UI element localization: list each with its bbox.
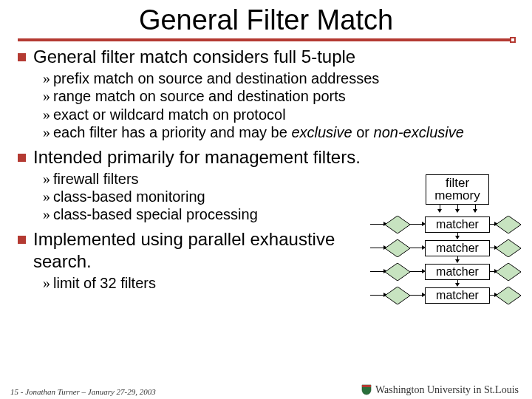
- diamond-icon: [385, 216, 410, 233]
- connector-line: [370, 271, 385, 272]
- slide: General Filter Match General filter matc…: [0, 0, 532, 399]
- raquo-icon: »: [43, 87, 50, 105]
- title-rule: [18, 38, 514, 41]
- square-bullet-icon: [18, 154, 26, 162]
- wustl-shield-icon: [361, 384, 372, 396]
- svg-marker-5: [496, 263, 521, 281]
- matcher-box: matcher: [425, 287, 490, 304]
- square-bullet-icon: [18, 236, 26, 244]
- sub-item: »class-based monitoring: [43, 188, 345, 205]
- bullet-3-subs: »limit of 32 filters: [18, 274, 345, 292]
- connector-line: [370, 295, 385, 296]
- square-bullet-icon: [18, 53, 26, 61]
- sub-item-html: each filter has a priority and may be ex…: [53, 123, 464, 141]
- matcher-box: matcher: [425, 264, 490, 280]
- matcher-box: matcher: [425, 240, 490, 256]
- raquo-icon: »: [43, 69, 50, 87]
- bullet-2: Intended primarily for management filter…: [18, 146, 514, 168]
- svg-marker-0: [385, 216, 410, 233]
- footer: 15 - Jonathan Turner – January 27-29, 20…: [0, 384, 532, 396]
- raquo-icon: »: [43, 123, 50, 141]
- connector-line: [370, 248, 385, 248]
- svg-marker-2: [385, 239, 410, 257]
- diamond-icon: [385, 239, 410, 257]
- raquo-icon: »: [43, 188, 50, 205]
- matcher-stack: matchermatchermatchermatcher: [348, 215, 514, 305]
- diagram: filter memory matchermatchermatchermatch…: [348, 174, 514, 310]
- footer-left: 15 - Jonathan Turner – January 27-29, 20…: [10, 387, 156, 396]
- sub-item: »class-based special processing: [43, 205, 345, 223]
- sub-item: »exact or wildcard match on protocol: [43, 106, 514, 123]
- raquo-icon: »: [43, 106, 50, 123]
- slide-title: General Filter Match: [0, 0, 532, 36]
- arrow-down-icon: [457, 280, 458, 286]
- diamond-icon: [496, 263, 521, 281]
- diamond-icon: [385, 263, 410, 281]
- svg-marker-4: [385, 263, 410, 281]
- raquo-icon: »: [43, 170, 50, 188]
- connector-line: [370, 224, 385, 225]
- raquo-icon: »: [43, 274, 50, 292]
- bullet-2-text: Intended primarily for management filter…: [33, 146, 361, 168]
- sub-item: »prefix match on source and destination …: [43, 69, 514, 87]
- bullet-1: General filter match considers full 5-tu…: [18, 46, 514, 68]
- diamond-icon: [385, 287, 410, 304]
- arrow-down-icon: [457, 233, 458, 239]
- svg-marker-6: [385, 287, 410, 304]
- diamond-icon: [496, 287, 521, 304]
- svg-marker-7: [496, 287, 521, 304]
- matcher-row: matcher: [348, 215, 514, 234]
- matcher-box: matcher: [425, 216, 490, 233]
- raquo-icon: »: [43, 205, 50, 223]
- sub-item: »firewall filters: [43, 170, 345, 188]
- slide-content: General filter match considers full 5-tu…: [0, 46, 532, 310]
- diamond-icon: [496, 216, 521, 233]
- bullet-2-subs: »firewall filters »class-based monitorin…: [18, 170, 345, 224]
- filter-memory-box: filter memory: [426, 174, 489, 205]
- bullet-3: Implemented using parallel exhaustive se…: [18, 228, 345, 273]
- matcher-row: matcher: [348, 286, 514, 305]
- diamond-icon: [496, 239, 521, 257]
- filter-memory-arrows: [348, 205, 514, 215]
- matcher-row: matcher: [348, 239, 514, 258]
- bullet-3-text: Implemented using parallel exhaustive se…: [33, 228, 345, 273]
- arrow-down-icon: [457, 256, 458, 262]
- bullet-1-text: General filter match considers full 5-tu…: [33, 46, 355, 68]
- matcher-row: matcher: [348, 262, 514, 282]
- sub-item: »range match on source and destination p…: [43, 87, 514, 105]
- bullet-1-subs: »prefix match on source and destination …: [18, 69, 514, 142]
- svg-marker-3: [496, 239, 521, 257]
- sub-item: »limit of 32 filters: [43, 274, 345, 292]
- svg-marker-1: [496, 216, 521, 233]
- sub-item: »each filter has a priority and may be e…: [43, 123, 514, 141]
- footer-right: Washington University in St.Louis: [361, 384, 519, 396]
